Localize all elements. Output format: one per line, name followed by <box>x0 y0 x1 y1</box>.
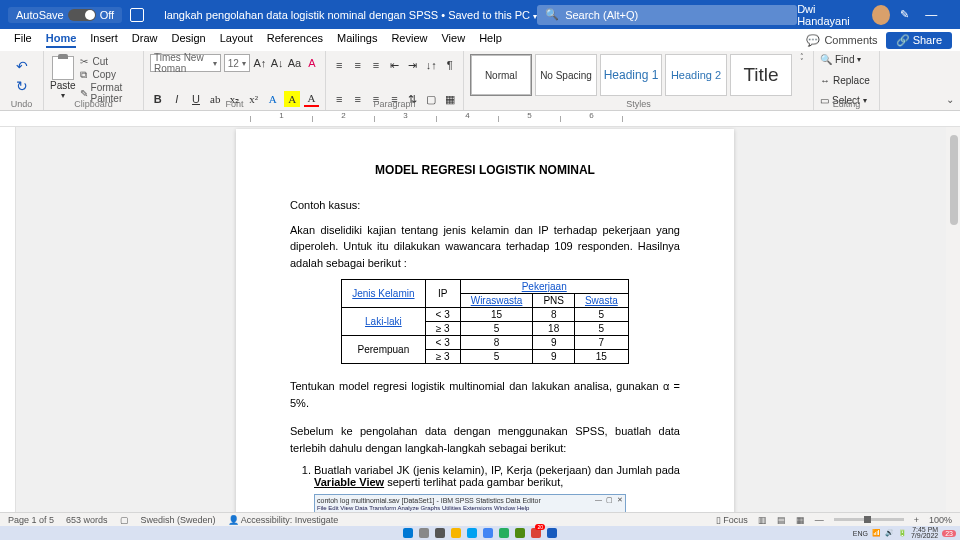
user-name[interactable]: Dwi Handayani <box>797 3 862 27</box>
paste-icon <box>52 56 74 80</box>
horizontal-ruler[interactable]: 1 2 3 4 5 6 <box>0 111 960 127</box>
page-indicator[interactable]: Page 1 of 5 <box>8 515 54 525</box>
tab-review[interactable]: Review <box>391 32 427 48</box>
autosave-label: AutoSave <box>16 9 64 21</box>
steps-list: Buatlah variabel JK (jenis kelamin), IP,… <box>314 464 680 488</box>
tab-references[interactable]: References <box>267 32 323 48</box>
font-size-select[interactable]: 12▾ <box>224 54 250 72</box>
style-heading2[interactable]: Heading 2 <box>665 54 727 96</box>
copy-icon: ⧉ <box>80 70 90 80</box>
copy-button[interactable]: ⧉Copy <box>80 69 137 80</box>
word-icon[interactable] <box>547 528 557 538</box>
pilcrow-icon[interactable]: ¶ <box>443 57 457 73</box>
zoom-level[interactable]: 100% <box>929 515 952 525</box>
share-button[interactable]: 🔗 Share <box>886 32 952 49</box>
search-input[interactable]: 🔍 Search (Alt+Q) <box>537 5 797 25</box>
line-icon[interactable] <box>515 528 525 538</box>
numbering-icon[interactable]: ≡ <box>350 57 364 73</box>
th-wira: Wiraswasta <box>460 294 533 308</box>
tab-mailings[interactable]: Mailings <box>337 32 377 48</box>
vertical-scrollbar[interactable] <box>946 127 960 512</box>
styles-group: Normal No Spacing Heading 1 Heading 2 Ti… <box>464 51 814 110</box>
th-pns: PNS <box>533 294 575 308</box>
chrome-icon[interactable]: 20 <box>531 528 541 538</box>
find-button[interactable]: 🔍Find▾ <box>820 53 873 66</box>
explorer-icon[interactable] <box>451 528 461 538</box>
undo-icon[interactable]: ↶ <box>16 58 28 74</box>
shrink-font-icon[interactable]: A↓ <box>270 55 284 71</box>
wifi-icon[interactable]: 📶 <box>872 529 881 537</box>
language-indicator[interactable]: Swedish (Sweden) <box>141 515 216 525</box>
web-layout-icon[interactable]: ▦ <box>796 515 805 525</box>
replace-button[interactable]: ↔Replace <box>820 74 873 87</box>
zoom-slider[interactable] <box>834 518 904 521</box>
redo-icon[interactable]: ↻ <box>16 78 28 94</box>
sort-icon[interactable]: ↓↑ <box>424 57 438 73</box>
search-icon: 🔍 <box>545 8 559 21</box>
focus-mode[interactable]: ▯ Focus <box>716 515 748 525</box>
group-label-styles: Styles <box>464 99 813 109</box>
indent-left-icon[interactable]: ⇤ <box>387 57 401 73</box>
scrollbar-thumb[interactable] <box>950 135 958 225</box>
minimize-button[interactable]: — <box>919 0 944 29</box>
title-bar: AutoSave Off langkah pengolahan data log… <box>0 0 960 29</box>
ribbon-collapse-icon[interactable]: ⌄ <box>946 94 954 105</box>
search-tb-icon[interactable] <box>419 528 429 538</box>
cut-button[interactable]: ✂Cut <box>80 56 137 67</box>
styles-expand-icon[interactable]: ˄˅ <box>797 54 807 64</box>
taskview-icon[interactable] <box>435 528 445 538</box>
save-icon[interactable] <box>130 8 144 22</box>
page[interactable]: MODEL REGRESI LOGISTIK NOMINAL Contoh ka… <box>236 129 734 512</box>
style-title[interactable]: Title <box>730 54 792 96</box>
print-layout-icon[interactable]: ▤ <box>777 515 786 525</box>
excel-icon[interactable] <box>499 528 509 538</box>
group-label-paragraph: Paragraph <box>326 99 463 109</box>
indent-right-icon[interactable]: ⇥ <box>406 57 420 73</box>
battery-icon[interactable]: 🔋 <box>898 529 907 537</box>
volume-icon[interactable]: 🔊 <box>885 529 894 537</box>
start-icon[interactable] <box>403 528 413 538</box>
bullets-icon[interactable]: ≡ <box>332 57 346 73</box>
group-label-clipboard: Clipboard <box>44 99 143 109</box>
grow-font-icon[interactable]: A↑ <box>253 55 267 71</box>
notif-badge[interactable]: 23 <box>942 530 956 537</box>
edge-icon[interactable] <box>467 528 477 538</box>
table-row: Laki-laki < 3 15 8 5 <box>342 308 629 322</box>
tab-file[interactable]: File <box>14 32 32 48</box>
group-label-font: Font <box>144 99 325 109</box>
pen-icon[interactable]: ✎ <box>900 8 909 21</box>
group-label-undo: Undo <box>0 99 43 109</box>
zoom-in-icon[interactable]: + <box>914 515 919 525</box>
tab-insert[interactable]: Insert <box>90 32 118 48</box>
tab-home[interactable]: Home <box>46 32 77 48</box>
menu-bar: File Home Insert Draw Design Layout Refe… <box>0 29 960 51</box>
autosave-toggle[interactable]: AutoSave Off <box>8 7 122 23</box>
accessibility-indicator[interactable]: 👤 Accessibility: Investigate <box>228 515 339 525</box>
zoom-out-icon[interactable]: — <box>815 515 824 525</box>
vertical-ruler[interactable] <box>0 127 16 512</box>
avatar[interactable] <box>872 5 890 25</box>
word-count[interactable]: 653 words <box>66 515 108 525</box>
r-icon[interactable] <box>483 528 493 538</box>
tab-help[interactable]: Help <box>479 32 502 48</box>
clear-format-icon[interactable]: A <box>305 55 319 71</box>
taskbar: 20 <box>0 526 960 540</box>
spell-check-icon[interactable]: ▢ <box>120 515 129 525</box>
font-name-select[interactable]: Times New Roman▾ <box>150 54 221 72</box>
tab-draw[interactable]: Draw <box>132 32 158 48</box>
read-mode-icon[interactable]: ▥ <box>758 515 767 525</box>
tab-design[interactable]: Design <box>171 32 205 48</box>
multilevel-icon[interactable]: ≡ <box>369 57 383 73</box>
tab-layout[interactable]: Layout <box>220 32 253 48</box>
style-normal[interactable]: Normal <box>470 54 532 96</box>
comments-button[interactable]: 💬 Comments <box>806 34 877 47</box>
maximize-button[interactable]: ▢ <box>953 0 960 29</box>
toggle-switch-icon <box>68 9 96 21</box>
tab-view[interactable]: View <box>441 32 465 48</box>
style-heading1[interactable]: Heading 1 <box>600 54 662 96</box>
change-case-icon[interactable]: Aa <box>287 55 301 71</box>
style-nospacing[interactable]: No Spacing <box>535 54 597 96</box>
tray-lang[interactable]: ENG <box>853 530 868 537</box>
editing-group: 🔍Find▾ ↔Replace ▭Select▾ Editing <box>814 51 880 110</box>
document-title[interactable]: langkah pengolahan data logistik nominal… <box>164 9 537 21</box>
